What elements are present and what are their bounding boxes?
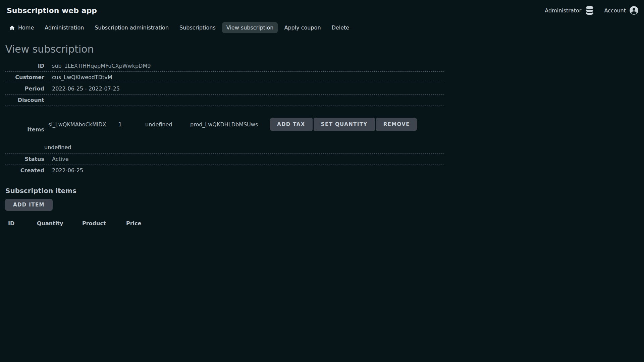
item-actions: ADD TAX SET QUANTITY REMOVE: [270, 118, 417, 131]
nav-item-label: Subscription administration: [95, 24, 169, 31]
items-table-header-id: ID: [5, 220, 37, 227]
detail-label-items: Items: [5, 126, 44, 133]
nav-item-apply-coupon[interactable]: Apply coupon: [280, 22, 325, 33]
app-header: Subscription web app Administrator Accou…: [0, 0, 644, 18]
items-table-header: ID Quantity Product Price: [5, 220, 644, 227]
app-title: Subscription web app: [7, 6, 97, 15]
detail-label-created: Created: [5, 167, 44, 174]
account-avatar-icon: [629, 6, 639, 15]
item-secondary-text: undefined: [44, 144, 444, 150]
nav-item-label: Home: [18, 24, 34, 31]
detail-row-discount: Discount: [5, 95, 444, 106]
item-amount: undefined: [145, 121, 190, 128]
main-nav: Home Administration Subscription adminis…: [0, 22, 644, 33]
header-right: Administrator Account: [545, 5, 639, 15]
nav-item-label: Apply coupon: [284, 24, 321, 31]
subscription-id-value: sub_1LEXTIHHqepMFuCXpWwkpDM9: [44, 63, 151, 69]
set-quantity-button[interactable]: SET QUANTITY: [314, 118, 375, 131]
item-row: si_LwQKMAboCkMiDX 1 undefined prod_LwQKD…: [44, 118, 444, 131]
nav-item-view-subscription[interactable]: View subscription: [222, 22, 278, 33]
nav-item-home[interactable]: Home: [5, 22, 38, 33]
add-item-button[interactable]: ADD ITEM: [5, 199, 53, 211]
nav-item-label: Delete: [332, 24, 350, 31]
main-content: View subscription ID sub_1LEXTIHHqepMFuC…: [0, 43, 644, 227]
detail-label-period: Period: [5, 85, 44, 92]
nav-item-label: Administration: [45, 24, 84, 31]
subscription-details: ID sub_1LEXTIHHqepMFuCXpWwkpDM9 Customer…: [5, 60, 444, 176]
account-menu[interactable]: Account: [604, 6, 639, 15]
nav-item-label: Subscriptions: [179, 24, 216, 31]
nav-item-administration[interactable]: Administration: [40, 22, 88, 33]
page-title: View subscription: [5, 43, 644, 55]
customer-id-value: cus_LwQKIweodTDtvM: [44, 74, 112, 80]
detail-row-period: Period 2022-06-25 - 2022-07-25: [5, 83, 444, 95]
administrator-menu[interactable]: Administrator: [545, 5, 595, 15]
item-id: si_LwQKMAboCkMiDX: [44, 121, 118, 128]
nav-item-subscription-administration[interactable]: Subscription administration: [90, 22, 173, 33]
status-value: Active: [44, 156, 69, 162]
detail-row-created: Created 2022-06-25: [5, 165, 444, 176]
items-block: si_LwQKMAboCkMiDX 1 undefined prod_LwQKD…: [44, 106, 444, 153]
nav-item-label: View subscription: [226, 24, 274, 31]
subscription-items-heading: Subscription items: [5, 187, 644, 195]
detail-row-items: Items si_LwQKMAboCkMiDX 1 undefined prod…: [5, 106, 444, 154]
period-value: 2022-06-25 - 2022-07-25: [44, 85, 120, 92]
database-icon: [585, 5, 595, 15]
detail-row-id: ID sub_1LEXTIHHqepMFuCXpWwkpDM9: [5, 60, 444, 72]
account-label: Account: [604, 7, 626, 14]
remove-button[interactable]: REMOVE: [376, 118, 417, 131]
item-quantity: 1: [118, 121, 145, 128]
detail-label-id: ID: [5, 63, 44, 69]
home-icon: [9, 25, 15, 31]
detail-row-status: Status Active: [5, 154, 444, 165]
detail-label-customer: Customer: [5, 74, 44, 80]
detail-label-discount: Discount: [5, 97, 44, 103]
items-table-header-product: Product: [82, 220, 126, 227]
item-product: prod_LwQKDHLDbMSUws: [190, 121, 270, 128]
items-table-header-quantity: Quantity: [37, 220, 82, 227]
detail-row-customer: Customer cus_LwQKIweodTDtvM: [5, 72, 444, 83]
nav-item-delete[interactable]: Delete: [327, 22, 354, 33]
items-table-header-price: Price: [126, 220, 644, 227]
created-value: 2022-06-25: [44, 167, 83, 174]
administrator-label: Administrator: [545, 7, 581, 14]
detail-label-status: Status: [5, 156, 44, 162]
nav-item-subscriptions[interactable]: Subscriptions: [175, 22, 220, 33]
add-tax-button[interactable]: ADD TAX: [270, 118, 313, 131]
